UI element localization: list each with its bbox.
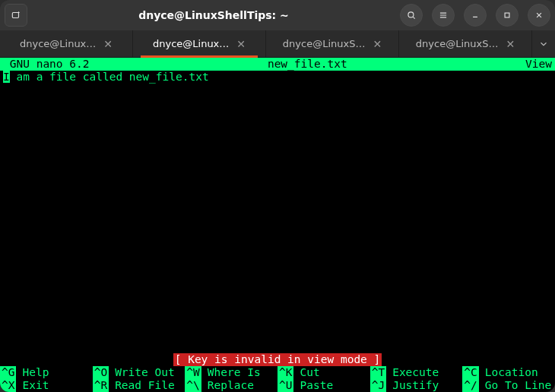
nano-help-key: ^/ [462,379,478,392]
nano-help-item: ^TExecute [370,366,463,379]
nano-file-content: am a file called new_file.txt [10,71,209,83]
nano-help-label: Read File [115,379,175,392]
svg-rect-2 [505,13,509,17]
svg-rect-0 [12,13,18,18]
tab-close-icon[interactable]: ✕ [236,39,246,49]
nano-title-bar: GNU nano 6.2 new_file.txt View [0,58,555,71]
tab-close-icon[interactable]: ✕ [506,39,515,49]
tab-label: dnyce@LinuxS… [283,38,366,49]
minimize-icon [470,10,480,21]
nano-help-item: ^KCut [278,366,370,379]
nano-help-item: ^\Replace [185,379,278,392]
nano-help-label: Exit [22,379,49,392]
nano-help-label: Execute [392,366,439,379]
nano-help-key: ^R [93,379,109,392]
tab-label: dnyce@Linux… [153,38,229,49]
chevron-down-icon [538,39,549,49]
nano-help-label: Help [22,366,49,379]
nano-help-item: ^UPaste [278,379,370,392]
nano-help-key: ^T [370,366,386,379]
nano-help-label: Replace [208,379,254,392]
window-title: dnyce@LinuxShellTips: ~ [32,9,395,21]
new-tab-button[interactable] [5,4,27,27]
terminal-tab-2[interactable]: dnyce@Linux… ✕ [133,30,266,57]
nano-help-key: ^G [0,366,16,379]
nano-help-item: ^OWrite Out [93,366,186,379]
nano-help-item: ^CLocation [462,366,555,379]
nano-help-item: ^GHelp [0,366,93,379]
nano-version: GNU nano 6.2 [3,58,90,71]
window-titlebar: dnyce@LinuxShellTips: ~ [0,0,555,30]
nano-help-key: ^O [93,366,109,379]
minimize-button[interactable] [464,4,487,27]
terminal-tab-1[interactable]: dnyce@Linux… ✕ [0,30,133,57]
nano-status-bar: [ Key is invalid in view mode ] [0,353,555,366]
nano-help-item: ^XExit [0,379,93,392]
svg-point-1 [408,12,414,17]
nano-editor-area[interactable]: I am a file called new_file.txt [0,71,555,353]
close-button[interactable] [528,4,550,27]
nano-help-row-1: ^GHelp ^OWrite Out ^WWhere Is ^KCut ^TEx… [0,366,555,379]
nano-help-label: Location [485,366,538,379]
nano-help-key: ^\ [185,379,201,392]
nano-help-key: ^C [462,366,478,379]
tab-label: dnyce@Linux… [20,38,96,49]
nano-help-key: ^U [278,379,293,392]
tab-bar: dnyce@Linux… ✕ dnyce@Linux… ✕ dnyce@Linu… [0,30,555,58]
terminal-tab-4[interactable]: dnyce@LinuxS… ✕ [399,30,532,57]
maximize-button[interactable] [496,4,519,27]
nano-help-bar: ^GHelp ^OWrite Out ^WWhere Is ^KCut ^TEx… [0,366,555,392]
tabs-dropdown-button[interactable] [532,30,555,57]
nano-help-label: Go To Line [485,379,551,392]
hamburger-icon [438,10,449,21]
nano-help-item: ^/Go To Line [462,379,555,392]
nano-help-key: ^J [370,379,386,392]
nano-help-key: ^X [0,379,16,392]
nano-status-message: [ Key is invalid in view mode ] [173,353,382,366]
nano-help-item: ^WWhere Is [185,366,278,379]
nano-cursor: I [3,71,10,83]
nano-help-label: Write Out [115,366,175,379]
menu-button[interactable] [432,4,455,27]
maximize-icon [502,10,512,21]
nano-help-key: ^W [185,366,201,379]
close-icon [534,10,544,21]
nano-help-label: Paste [300,379,333,392]
nano-help-item: ^JJustify [370,379,463,392]
new-tab-icon [11,10,21,21]
nano-filename: new_file.txt [90,58,526,71]
nano-help-row-2: ^XExit ^RRead File ^\Replace ^UPaste ^JJ… [0,379,555,392]
nano-help-key: ^K [278,366,293,379]
tab-close-icon[interactable]: ✕ [373,39,382,49]
nano-help-label: Justify [392,379,439,392]
nano-mode: View [525,58,552,71]
terminal-content[interactable]: GNU nano 6.2 new_file.txt View I am a fi… [0,58,555,392]
nano-help-item: ^RRead File [93,379,186,392]
tab-close-icon[interactable]: ✕ [103,39,113,49]
nano-help-label: Cut [300,366,319,379]
search-icon [406,10,417,21]
search-button[interactable] [400,4,423,27]
terminal-tab-3[interactable]: dnyce@LinuxS… ✕ [266,30,399,57]
nano-help-label: Where Is [208,366,261,379]
tab-label: dnyce@LinuxS… [416,38,499,49]
